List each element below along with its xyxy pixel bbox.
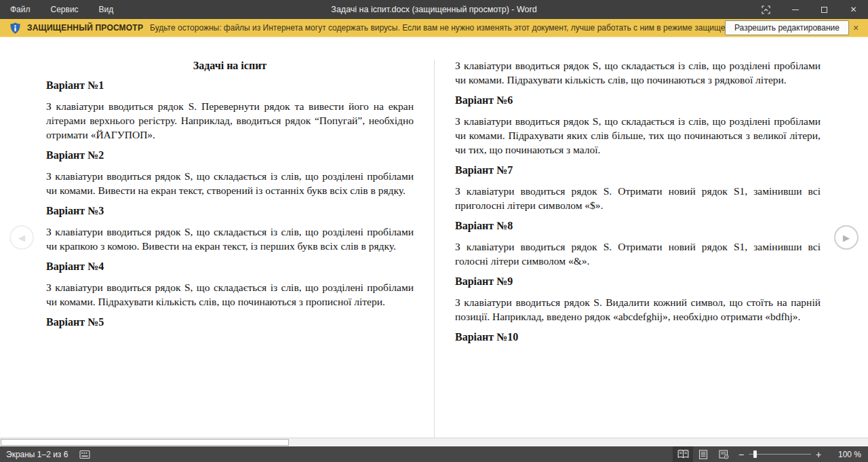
document-page-right: З клавіатури вводиться рядок S, що склад…	[455, 58, 821, 351]
zoom-out-button[interactable]: −	[734, 446, 749, 462]
titlebar: Файл Сервис Вид Задачі на іспит.docx (за…	[0, 0, 868, 19]
word-window: Файл Сервис Вид Задачі на іспит.docx (за…	[0, 0, 868, 462]
document-area: Задачі на іспит Варіант №1 З клавіатури …	[0, 37, 868, 438]
variant-body: З клавіатури вводиться рядок S. Видалити…	[455, 295, 821, 324]
horizontal-scrollbar-thumb[interactable]	[1, 439, 289, 446]
close-window-button[interactable]: ✕	[839, 0, 868, 19]
zoom-out-icon: −	[738, 449, 744, 460]
print-layout-button[interactable]	[693, 446, 713, 462]
minimize-icon	[792, 9, 799, 10]
minimize-button[interactable]	[781, 0, 810, 19]
variant-body: З клавіатури вводиться рядок S, що склад…	[46, 225, 414, 253]
menu-view[interactable]: Вид	[89, 0, 124, 19]
variant-body: З клавіатури вводиться рядок S, що склад…	[46, 169, 414, 197]
variant-heading: Варіант №6	[455, 94, 821, 107]
close-icon: ✕	[850, 5, 856, 14]
keyboard-indicator-icon	[79, 450, 90, 459]
close-message-bar-button[interactable]: ✕	[850, 19, 862, 37]
web-layout-button[interactable]	[713, 446, 734, 462]
variant-heading: Варіант №10	[455, 330, 821, 344]
chevron-left-icon: ◀	[18, 233, 25, 243]
window-controls: ✕	[751, 0, 868, 19]
document-page-left: Задачі на іспит Варіант №1 З клавіатури …	[46, 58, 414, 336]
zoom-slider-thumb[interactable]	[753, 450, 757, 458]
zoom-slider-track	[749, 454, 811, 455]
maximize-button[interactable]	[810, 0, 839, 19]
document-title: Задачі на іспит	[46, 58, 414, 73]
variant-heading: Варіант №9	[455, 275, 821, 288]
variant-heading: Варіант №5	[46, 315, 414, 329]
horizontal-scrollbar[interactable]	[0, 438, 868, 446]
variant-body: З клавіатури вводиться рядок S, що склад…	[46, 280, 414, 309]
statusbar-right: − + 100 %	[673, 446, 868, 462]
variant-body: З клавіатури вводиться рядок S, що склад…	[455, 58, 821, 87]
zoom-in-button[interactable]: +	[811, 446, 826, 462]
ribbon-display-options-button[interactable]	[751, 0, 781, 19]
protected-view-label: ЗАЩИЩЕННЫЙ ПРОСМОТР	[27, 23, 143, 33]
menu-service[interactable]: Сервис	[41, 0, 89, 19]
web-layout-icon	[719, 450, 729, 459]
zoom-slider[interactable]	[749, 446, 811, 462]
statusbar: Экраны 1–2 из 6	[0, 446, 868, 462]
window-title: Задачі на іспит.docx (защищенный просмот…	[0, 0, 868, 19]
read-mode-button[interactable]	[673, 446, 693, 462]
menu-file[interactable]: Файл	[0, 0, 41, 19]
chevron-right-icon: ▶	[843, 233, 850, 243]
ribbon-display-options-icon	[761, 5, 771, 15]
close-icon: ✕	[852, 24, 859, 33]
shield-info-icon	[9, 22, 21, 34]
protected-view-bar: ЗАЩИЩЕННЫЙ ПРОСМОТР Будьте осторожны: фа…	[0, 19, 868, 37]
page-divider	[434, 60, 435, 438]
previous-screen-button[interactable]: ◀	[9, 225, 34, 250]
variant-heading: Варіант №2	[46, 149, 414, 162]
zoom-level-label[interactable]: 100 %	[826, 450, 861, 459]
variant-heading: Варіант №7	[455, 163, 821, 177]
variant-heading: Варіант №3	[46, 204, 414, 218]
screens-count-label[interactable]: Экраны 1–2 из 6	[6, 450, 68, 459]
variant-body: З клавіатури вводиться рядок S, що склад…	[455, 114, 821, 157]
variant-body: З клавіатури вводиться рядок S. Отримати…	[455, 239, 821, 268]
protected-view-message: Будьте осторожны: файлы из Интернета мог…	[150, 23, 725, 33]
variant-heading: Варіант №8	[455, 219, 821, 233]
next-screen-button[interactable]: ▶	[834, 225, 859, 250]
enable-editing-button[interactable]: Разрешить редактирование	[725, 20, 849, 35]
variant-heading: Варіант №1	[46, 79, 414, 92]
variant-heading: Варіант №4	[46, 260, 414, 273]
maximize-icon	[821, 7, 827, 13]
zoom-in-icon: +	[816, 449, 821, 460]
read-mode-icon	[677, 450, 689, 459]
variant-body: З клавіатури вводиться рядок S. Отримати…	[455, 184, 821, 212]
print-layout-icon	[698, 450, 708, 459]
menu-bar: Файл Сервис Вид	[0, 0, 123, 19]
variant-body: З клавіатури вводиться рядок S. Переверн…	[46, 99, 414, 142]
